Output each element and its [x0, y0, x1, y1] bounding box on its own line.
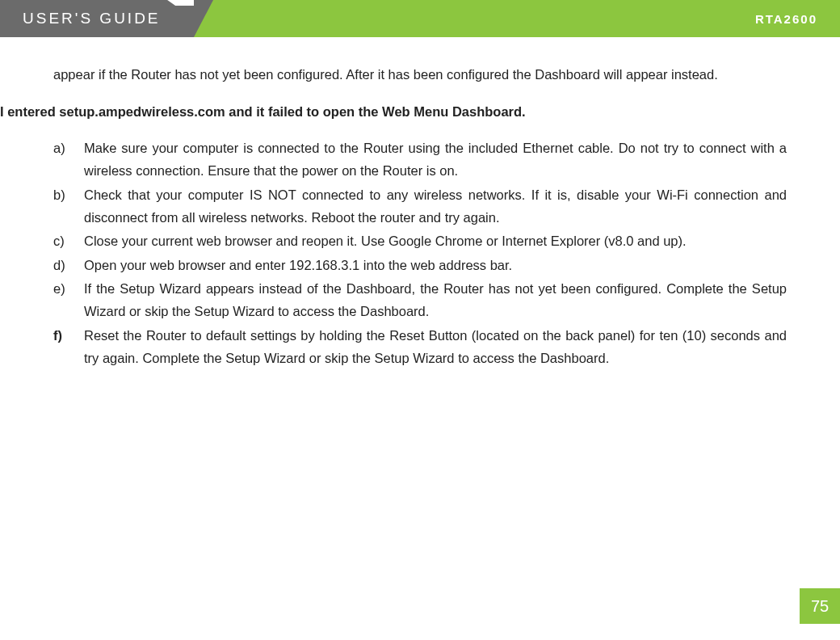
list-item: f) Reset the Router to default settings …: [84, 324, 787, 370]
list-text: Make sure your computer is connected to …: [84, 141, 787, 178]
troubleshooting-list: a) Make sure your computer is connected …: [53, 137, 787, 370]
list-text: Open your web browser and enter 192.168.…: [84, 258, 512, 272]
list-text: Close your current web browser and reope…: [84, 234, 687, 248]
list-text: Reset the Router to default settings by …: [84, 328, 787, 365]
header-title-block: USER'S GUIDE: [0, 0, 194, 37]
list-item: d) Open your web browser and enter 192.1…: [84, 254, 787, 276]
list-text: If the Setup Wizard appears instead of t…: [84, 281, 787, 318]
list-marker: b): [53, 183, 65, 206]
page-number: 75: [800, 588, 840, 624]
list-marker: f): [53, 324, 62, 347]
list-marker: c): [53, 229, 65, 252]
content-area: appear if the Router has not yet been co…: [0, 37, 840, 370]
header-bar: USER'S GUIDE RTA2600: [0, 0, 840, 37]
section-heading: I entered setup.ampedwireless.com and it…: [0, 100, 787, 123]
header-model: RTA2600: [755, 12, 817, 26]
header-notch-decoration: [164, 0, 208, 6]
header-left: USER'S GUIDE: [0, 0, 194, 37]
list-item: a) Make sure your computer is connected …: [84, 137, 787, 183]
list-marker: d): [53, 254, 65, 276]
list-marker: e): [53, 277, 65, 300]
list-text: Check that your computer IS NOT connecte…: [84, 187, 787, 225]
header-title: USER'S GUIDE: [23, 10, 161, 27]
list-marker: a): [53, 137, 65, 159]
list-item: e) If the Setup Wizard appears instead o…: [84, 277, 787, 323]
list-item: c) Close your current web browser and re…: [84, 229, 787, 252]
list-item: b) Check that your computer IS NOT conne…: [84, 183, 787, 229]
intro-paragraph: appear if the Router has not yet been co…: [53, 63, 787, 86]
